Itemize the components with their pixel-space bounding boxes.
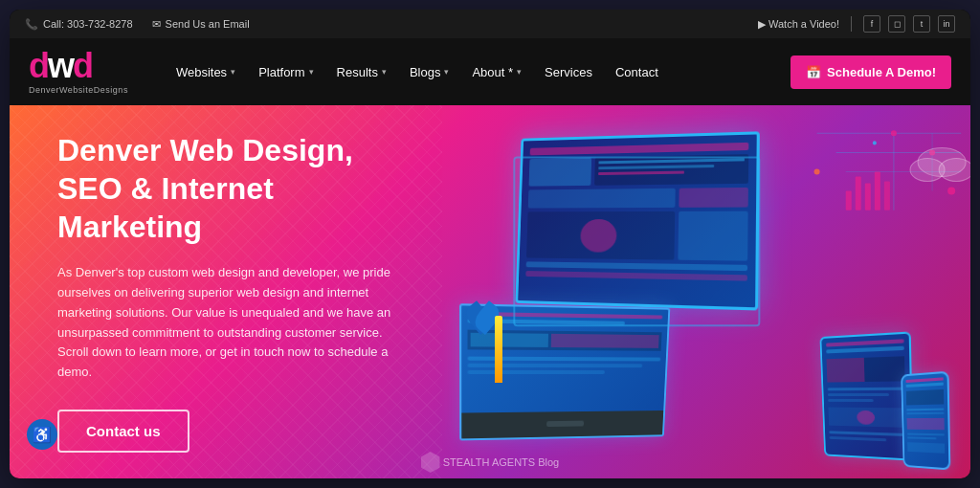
nav-item-contact[interactable]: Contact — [606, 59, 668, 85]
nav-item-blogs[interactable]: Blogs▾ — [400, 59, 459, 85]
top-bar-right: ▶ Watch a Video! f ◻ t in — [758, 15, 955, 33]
nav-item-about[interactable]: About *▾ — [462, 59, 531, 85]
nav-item-services[interactable]: Services — [535, 59, 602, 85]
watermark-logo: STEALTH AGENTS Blog — [421, 452, 559, 473]
svg-rect-14 — [845, 191, 851, 211]
nav-item-results[interactable]: Results▾ — [327, 59, 396, 85]
tablet-screen — [821, 334, 911, 459]
laptop-touchpad — [546, 421, 584, 427]
accessibility-icon: ♿ — [33, 426, 52, 444]
top-bar: 📞 Call: 303-732-8278 ✉ Send Us an Email … — [10, 10, 970, 38]
video-text: Watch a Video! — [768, 18, 839, 30]
instagram-icon[interactable]: ◻ — [888, 15, 905, 33]
chevron-down-icon: ▾ — [382, 67, 387, 77]
logo[interactable]: dwd DenverWebsiteDesigns — [29, 49, 128, 95]
contact-us-button[interactable]: Contact us — [57, 410, 189, 453]
svg-point-13 — [939, 158, 970, 181]
logo-subtitle: DenverWebsiteDesigns — [29, 85, 128, 95]
twitter-icon[interactable]: t — [913, 15, 930, 33]
phone-screen — [902, 373, 948, 468]
hero-content: Denver Web Design, SEO & Internet Market… — [10, 105, 431, 478]
nav-item-platform[interactable]: Platform▾ — [249, 59, 323, 85]
pencil-decoration — [495, 316, 502, 383]
contact-us-label: Contact us — [86, 423, 161, 439]
play-icon: ▶ — [758, 18, 766, 30]
email-icon: ✉ — [152, 18, 161, 31]
schedule-demo-label: Schedule A Demo! — [827, 65, 936, 79]
nav-links: Websites▾ Platform▾ Results▾ Blogs▾ Abou… — [167, 59, 771, 85]
svg-point-8 — [947, 188, 955, 195]
divider — [851, 16, 852, 32]
chevron-down-icon: ▾ — [517, 67, 522, 77]
logo-d2: d — [73, 46, 92, 85]
tablet-device — [819, 331, 913, 460]
monitor-screen — [518, 134, 757, 307]
chevron-down-icon: ▾ — [309, 67, 314, 77]
phone-link[interactable]: 📞 Call: 303-732-8278 — [25, 18, 133, 31]
top-bar-left: 📞 Call: 303-732-8278 ✉ Send Us an Email — [25, 18, 250, 31]
browser-window: 📞 Call: 303-732-8278 ✉ Send Us an Email … — [10, 10, 970, 478]
stealth-agents-shield-icon — [421, 452, 440, 473]
hero-description: As Denver's top custom web design and de… — [57, 263, 392, 383]
hero-section: Denver Web Design, SEO & Internet Market… — [10, 105, 970, 478]
laptop-base — [461, 410, 663, 439]
nav-item-websites[interactable]: Websites▾ — [167, 59, 245, 85]
phone-icon: 📞 — [25, 18, 38, 31]
facebook-icon[interactable]: f — [863, 15, 880, 33]
schedule-demo-button[interactable]: 📅 Schedule A Demo! — [791, 55, 951, 89]
monitor-device — [515, 131, 759, 310]
logo-w: w — [48, 46, 73, 85]
hero-title: Denver Web Design, SEO & Internet Market… — [57, 131, 392, 246]
svg-point-11 — [918, 147, 966, 176]
svg-point-12 — [910, 158, 945, 181]
svg-rect-15 — [856, 177, 861, 211]
nav-bar: dwd DenverWebsiteDesigns Websites▾ Platf… — [10, 38, 970, 105]
video-link[interactable]: ▶ Watch a Video! — [758, 18, 839, 31]
email-text: Send Us an Email — [166, 18, 250, 30]
linkedin-icon[interactable]: in — [938, 15, 955, 33]
logo-d1: d — [29, 46, 48, 85]
svg-point-7 — [813, 168, 819, 174]
svg-rect-18 — [884, 182, 890, 211]
svg-point-5 — [891, 130, 897, 136]
svg-rect-17 — [875, 172, 880, 211]
svg-point-6 — [929, 149, 935, 155]
watermark-text: STEALTH AGENTS Blog — [443, 456, 559, 468]
social-icons: f ◻ t in — [863, 15, 955, 33]
hero-illustration — [433, 105, 970, 478]
svg-point-9 — [873, 141, 877, 144]
chevron-down-icon: ▾ — [231, 67, 235, 77]
chevron-down-icon: ▾ — [444, 67, 449, 77]
accessibility-button[interactable]: ♿ — [27, 419, 57, 450]
calendar-icon: 📅 — [806, 65, 821, 79]
phone-device — [901, 371, 950, 471]
email-link[interactable]: ✉ Send Us an Email — [152, 18, 250, 31]
phone-text: Call: 303-732-8278 — [43, 18, 133, 30]
svg-rect-16 — [865, 184, 871, 211]
footer-watermark: STEALTH AGENTS Blog — [421, 452, 559, 473]
